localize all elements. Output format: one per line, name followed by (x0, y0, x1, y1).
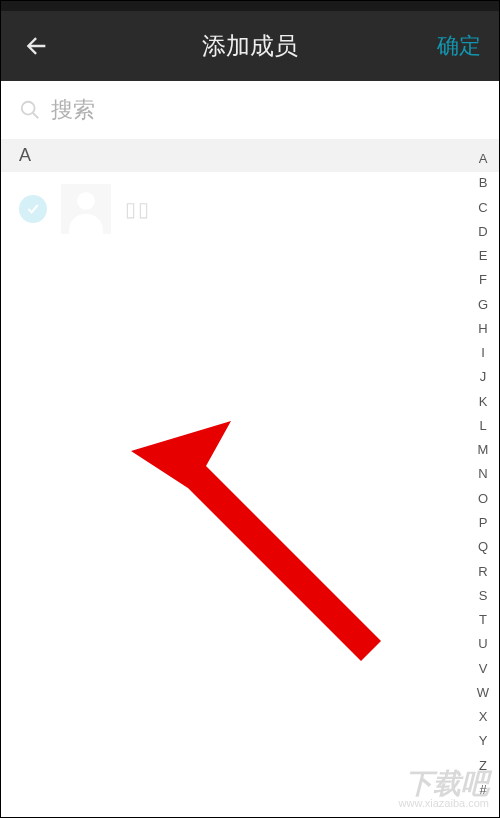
checkbox-checked-icon[interactable] (19, 195, 47, 223)
index-letter[interactable]: W (473, 685, 493, 700)
index-letter[interactable]: L (473, 418, 493, 433)
contact-row[interactable]: ▯▯ (1, 172, 499, 246)
watermark: 下载吧 www.xiazaiba.com (399, 770, 489, 809)
confirm-button[interactable]: 确定 (437, 31, 481, 61)
index-letter[interactable]: V (473, 661, 493, 676)
index-letter[interactable]: U (473, 636, 493, 651)
index-letter[interactable]: O (473, 491, 493, 506)
page-title: 添加成员 (1, 30, 499, 62)
index-letter[interactable]: I (473, 345, 493, 360)
avatar (61, 184, 111, 234)
index-letter[interactable]: T (473, 612, 493, 627)
svg-point-0 (22, 102, 35, 115)
index-letter[interactable]: M (473, 442, 493, 457)
watermark-url: www.xiazaiba.com (399, 798, 489, 809)
alpha-index-bar[interactable]: ABCDEFGHIJKLMNOPQRSTUVWXYZ# (473, 151, 493, 797)
search-input[interactable]: 搜索 (1, 81, 499, 139)
index-letter[interactable]: N (473, 466, 493, 481)
svg-line-1 (33, 113, 39, 119)
index-letter[interactable]: R (473, 564, 493, 579)
index-letter[interactable]: E (473, 248, 493, 263)
index-letter[interactable]: A (473, 151, 493, 166)
index-letter[interactable]: S (473, 588, 493, 603)
index-letter[interactable]: Q (473, 539, 493, 554)
svg-marker-2 (131, 421, 381, 661)
index-letter[interactable]: G (473, 297, 493, 312)
back-button[interactable] (21, 31, 51, 61)
back-arrow-icon (22, 32, 50, 60)
index-letter[interactable]: B (473, 175, 493, 190)
watermark-brand: 下载吧 (405, 768, 489, 799)
index-letter[interactable]: Y (473, 733, 493, 748)
index-letter[interactable]: C (473, 200, 493, 215)
index-letter[interactable]: P (473, 515, 493, 530)
index-letter[interactable]: X (473, 709, 493, 724)
status-bar (1, 1, 499, 11)
index-letter[interactable]: H (473, 321, 493, 336)
header: 添加成员 确定 (1, 11, 499, 81)
index-letter[interactable]: J (473, 369, 493, 384)
section-header-a: A (1, 139, 499, 172)
search-placeholder: 搜索 (51, 95, 95, 125)
index-letter[interactable]: K (473, 394, 493, 409)
index-letter[interactable]: D (473, 224, 493, 239)
search-icon (19, 99, 41, 121)
index-letter[interactable]: F (473, 272, 493, 287)
contact-name: ▯▯ (125, 197, 151, 221)
annotation-arrow-icon (131, 391, 391, 671)
